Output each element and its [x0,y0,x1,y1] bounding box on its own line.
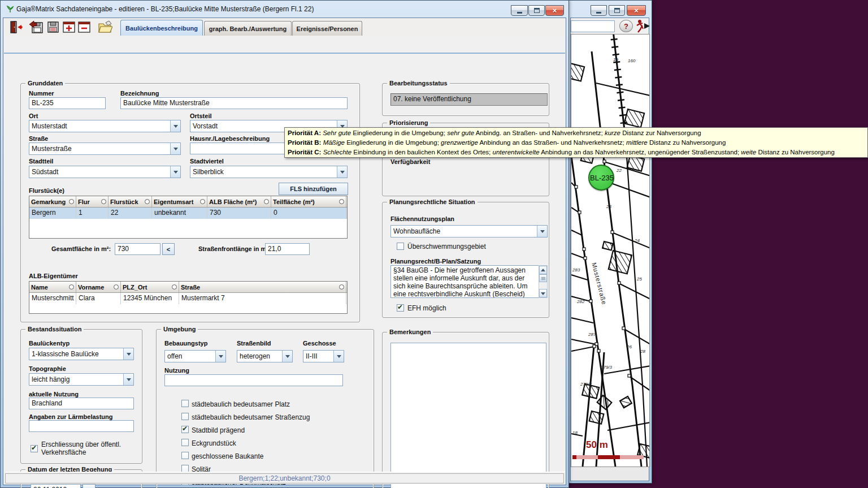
map-window-titlebar[interactable]: × [568,1,652,18]
table-header-cell[interactable]: Name [29,282,76,292]
flurstueck-table[interactable]: GemarkungFlurFlurstückEigentumsartALB Fl… [29,196,348,239]
strassenfront-input[interactable]: 21,0 [265,243,310,255]
chevron-down-icon[interactable] [337,166,347,178]
geschosse-combobox[interactable]: II-III [303,350,344,362]
table-header-cell[interactable]: Flurstück [108,196,152,207]
bezeichnung-label: Bezeichnung [120,90,159,97]
bplan-scrollbar[interactable] [539,265,548,298]
map-maximize-button[interactable] [609,5,625,16]
add-record-button[interactable] [62,20,76,34]
remove-record-icon [77,20,91,34]
checkbox[interactable] [181,452,189,459]
save-button[interactable] [46,20,60,34]
map-marker-bl235[interactable]: BL-235 [588,165,614,191]
bplan-label: Planungsrecht/B-Plan/Satzung [390,258,481,265]
chevron-down-icon[interactable] [333,351,344,362]
erschliessung-checkbox[interactable] [31,445,38,452]
baulueckentyp-combobox[interactable]: 1-klassische Baulücke [29,348,134,360]
chevron-down-icon[interactable] [282,351,292,362]
stadtviertel-combobox[interactable]: Silberblick [190,166,348,178]
ueberschwemmung-checkbox[interactable] [397,243,404,250]
table-header-cell[interactable]: Straße [179,282,346,292]
strasse-combobox[interactable]: Musterstraße [29,142,181,155]
chevron-down-icon[interactable] [170,143,180,154]
checkbox-label: städtebaulich bedeutsamer Platz [192,400,290,408]
filter-circle-icon[interactable] [69,284,74,290]
filter-circle-icon[interactable] [101,199,106,204]
filter-circle-icon[interactable] [145,199,150,204]
checkbox[interactable] [181,426,189,433]
parcel-number-label: 160 [628,58,635,63]
tab-graph-bearb-auswertung[interactable]: graph. Bearb./Auswertung [204,21,292,36]
datum-picker-button[interactable]: ... [83,484,96,488]
bebauungstyp-combobox[interactable]: offen [164,350,226,362]
strassenbild-combobox[interactable]: heterogen [237,350,293,362]
chevron-down-icon[interactable] [170,120,180,132]
fnp-combobox[interactable]: Wohnbaufläche [390,225,548,237]
table-header-cell[interactable]: ALB Fläche (m²) [207,196,271,207]
minimize-button[interactable] [511,5,528,16]
filter-circle-icon[interactable] [114,284,119,290]
filter-circle-icon[interactable] [339,199,344,204]
laermbelastung-input[interactable] [29,420,134,432]
table-header-cell[interactable]: Eigentumsart [152,196,207,207]
table-header-cell[interactable]: Vorname [76,282,121,292]
map-minimize-button[interactable] [591,5,607,16]
table-header-cell[interactable]: Flur [76,196,108,207]
gesamtflaeche-input[interactable]: 730 [115,243,160,255]
remove-record-button[interactable] [77,20,92,34]
close-button[interactable]: × [545,5,564,16]
table-row[interactable]: Bergern122unbekannt7300 [29,208,347,219]
nummer-input[interactable]: BL-235 [29,97,106,109]
maximize-button[interactable] [528,5,545,16]
bezeichnung-input[interactable]: Baulücke Mitte Musterstraße [120,97,348,109]
table-header-cell[interactable]: PLZ_Ort [121,282,179,292]
begehung-datum-input[interactable]: 26.11.2012 [31,484,81,488]
table-cell: 0 [271,208,346,219]
ortsteil-label: Ortsteil [190,113,212,119]
scroll-thumb[interactable] [539,274,547,282]
nutzung-input[interactable] [164,374,343,386]
save-return-button[interactable] [29,20,44,34]
table-header-cell[interactable]: Teilfläche (m²) [271,196,346,207]
table-header-cell[interactable]: Gemarkung [29,196,76,207]
scroll-up-icon[interactable] [539,266,547,274]
help-button[interactable]: ? [619,20,633,32]
checkbox[interactable] [181,439,189,446]
filter-circle-icon[interactable] [200,199,205,204]
chevron-down-icon[interactable] [537,226,547,237]
topographie-combobox[interactable]: leicht hängig [29,373,134,386]
chevron-down-icon[interactable] [170,166,180,178]
eigentuemer-table[interactable]: NameVornamePLZ_OrtStraßeMusterschmittCla… [29,281,348,314]
open-folder-button[interactable] [98,20,112,34]
tab-ereignisse-personen[interactable]: Ereignisse/Personen [292,21,362,36]
filter-circle-icon[interactable] [172,284,177,290]
filter-circle-icon[interactable] [264,199,269,204]
table-row[interactable]: MusterschmittClara12345 MünchenMustermar… [29,293,347,304]
checkbox[interactable] [181,400,189,407]
checkbox[interactable] [181,413,189,420]
map-area[interactable]: 191602223242526283282287279/3279/42818 M… [571,34,650,467]
chevron-down-icon[interactable] [123,348,133,360]
filter-circle-icon[interactable] [69,199,74,204]
exit-runner-icon[interactable] [635,19,650,33]
bemerkungen-textarea[interactable] [390,343,546,488]
tab-baulueckenbeschreibung[interactable]: Baulückenbeschreibung [120,20,203,36]
fls-hinzufuegen-button[interactable]: FLS hinzufügen [279,183,348,195]
aktuelle-nutzung-input[interactable]: Brachland [29,398,134,409]
gesamtflaeche-transfer-button[interactable]: < [162,243,175,255]
main-titlebar[interactable]: Gaja®Matrix Sachdateneingabe - editieren… [1,1,568,18]
table-cell: Mustermarkt 7 [179,293,346,304]
efh-checkbox[interactable] [397,304,404,312]
close-icon: × [553,7,557,14]
map-search-input[interactable] [571,20,615,32]
chevron-down-icon[interactable] [123,374,133,385]
chevron-down-icon[interactable] [215,351,225,362]
filter-circle-icon[interactable] [339,284,344,290]
stadtteil-combobox[interactable]: Südstadt [29,166,181,178]
scroll-down-icon[interactable] [539,289,547,297]
bplan-textarea[interactable]: §34 BauGB - Die hier getroffenen Aussage… [390,265,539,298]
exit-door-button[interactable] [8,20,23,34]
ort-combobox[interactable]: Musterstadt [29,120,181,132]
map-close-button[interactable]: × [627,5,646,16]
